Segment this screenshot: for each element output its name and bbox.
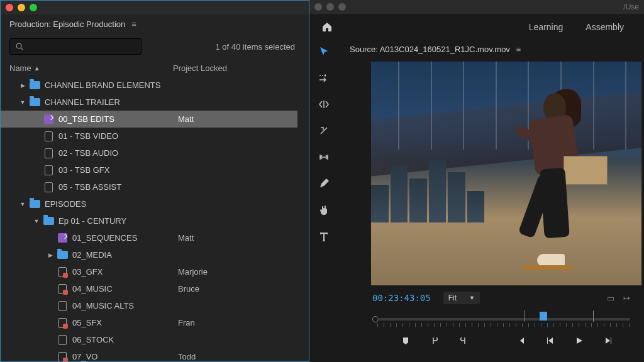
locked-by: Matt [178,233,297,243]
playhead[interactable] [540,312,547,321]
search-row: 1 of 40 items selected [1,33,309,61]
file-icon [42,148,55,158]
zoom-window-button[interactable] [338,3,346,11]
tool-selection[interactable] [316,44,331,59]
transport-controls [338,328,641,347]
main-area: /Use Learning Assembly Source: A013C024_… [309,0,644,362]
folder-icon [28,200,41,208]
playback-info-row: 00:23:43:05 Fit ▼ ▭ ↦ [338,285,641,307]
tree-row[interactable]: 07_VOTodd [1,348,297,361]
mark-in-button[interactable] [399,334,412,347]
workspace-assembly[interactable]: Assembly [574,14,635,40]
search-box[interactable] [9,38,142,55]
zoom-select[interactable]: Fit ▼ [443,292,480,304]
search-input[interactable] [28,42,136,51]
item-label: 02 - TSB AUDIO [55,148,118,158]
tree-row[interactable]: 04_MUSIC ALTS [1,297,297,314]
tree-row[interactable]: ▼Ep 01 - CENTURY [1,212,297,229]
locked-icon [56,284,69,294]
close-window-button[interactable] [6,4,13,11]
video-preview[interactable] [371,62,641,285]
locked-icon [56,267,69,277]
tree-row[interactable]: 02 - TSB AUDIO [1,145,297,162]
zoom-window-button[interactable] [30,4,37,11]
item-label: 01 - TSB VIDEO [55,131,118,141]
home-button[interactable] [318,18,336,36]
tree-row[interactable]: 05 - TSB ASSIST [1,178,297,195]
tool-razor[interactable] [316,123,331,138]
output-button[interactable]: ↦ [623,293,630,303]
go-to-in-button[interactable] [515,334,528,347]
file-icon [56,335,69,345]
tree-row[interactable]: 03 - TSB GFX [1,162,297,178]
tool-ripple-edit[interactable] [316,97,331,112]
item-label: CHANNEL BRAND ELEMENTS [41,80,160,90]
item-label: EPISODES [41,199,86,209]
file-icon [42,165,55,175]
search-icon [15,42,24,51]
prproj-icon [56,233,69,243]
source-title: Source: A013C024_160521_R1JC.mov.mov [350,45,510,54]
tool-hand[interactable] [316,202,331,217]
tool-track-select[interactable] [316,70,331,85]
play-button[interactable] [573,334,586,347]
source-monitor: Source: A013C024_160521_R1JC.mov.mov ≡ [338,40,644,362]
tree-row[interactable]: 00_TSB EDITSMatt [1,111,297,128]
item-label: 03 - TSB GFX [55,165,109,175]
item-label: 04_MUSIC [69,284,113,293]
set-out-button[interactable] [457,334,470,347]
close-window-button[interactable] [314,3,322,11]
item-label: 00_TSB EDITS [55,114,114,124]
source-menu-icon[interactable]: ≡ [516,45,521,54]
folder-icon [56,251,69,259]
tree-row[interactable]: ▶CHANNEL BRAND ELEMENTS [1,77,297,94]
disclosure-chevron[interactable]: ▼ [32,218,41,224]
set-in-button[interactable] [428,334,441,347]
window-titlebar-left [1,1,309,14]
settings-button[interactable]: ▭ [607,293,614,303]
project-tree[interactable]: ▶CHANNEL BRAND ELEMENTS▼CHANNEL TRAILER0… [1,77,309,361]
panel-menu-icon[interactable]: ≡ [131,19,136,29]
locked-icon [56,352,69,362]
item-label: 02_MEDIA [69,250,112,260]
timecode[interactable]: 00:23:43:05 [372,293,431,303]
disclosure-chevron[interactable]: ▶ [46,252,55,258]
prproj-icon [42,114,55,124]
minimize-window-button[interactable] [326,3,334,11]
item-label: 04_MUSIC ALTS [69,301,134,310]
tree-row[interactable]: 06_STOCK [1,331,297,348]
col-name-header[interactable]: Name ▲ [9,63,173,73]
tree-row[interactable]: 05_SFXFran [1,314,297,331]
item-label: 03_GFX [69,267,103,277]
chevron-down-icon: ▼ [469,295,475,301]
tree-row[interactable]: ▶02_MEDIA [1,246,297,263]
step-forward-button[interactable] [602,334,614,347]
panel-title-row: Production: Episodic Production ≡ [1,14,309,33]
tree-row[interactable]: 03_GFXMarjorie [1,263,297,280]
tree-row[interactable]: 01 - TSB VIDEO [1,128,297,145]
tree-row[interactable]: 01_SEQUENCESMatt [1,229,297,246]
disclosure-chevron[interactable]: ▼ [18,201,27,207]
tool-type[interactable] [316,229,331,244]
tool-slip[interactable] [316,150,331,165]
locked-by: Fran [178,318,297,327]
tree-row[interactable]: ▼EPISODES [1,195,297,212]
tree-row[interactable]: ▼CHANNEL TRAILER [1,94,297,111]
svg-line-1 [21,48,23,50]
disclosure-chevron[interactable]: ▼ [18,99,27,106]
workspace-bar: Learning Assembly [309,14,644,40]
mini-timeline[interactable] [372,310,630,328]
tree-row[interactable]: 04_MUSICBruce [1,280,297,297]
locked-by: Matt [178,114,297,124]
disclosure-chevron[interactable]: ▶ [18,82,27,89]
locked-icon [56,318,69,328]
in-out-region[interactable] [525,310,594,322]
col-locked-header[interactable]: Project Locked [173,63,300,73]
workspace-learning[interactable]: Learning [518,14,575,40]
minimize-window-button[interactable] [18,4,25,11]
tool-pen[interactable] [316,176,331,191]
step-back-button[interactable] [544,334,557,347]
panel-title: Production: Episodic Production [9,19,125,29]
item-label: 07_VO [69,352,97,361]
source-title-row: Source: A013C024_160521_R1JC.mov.mov ≡ [338,40,641,58]
